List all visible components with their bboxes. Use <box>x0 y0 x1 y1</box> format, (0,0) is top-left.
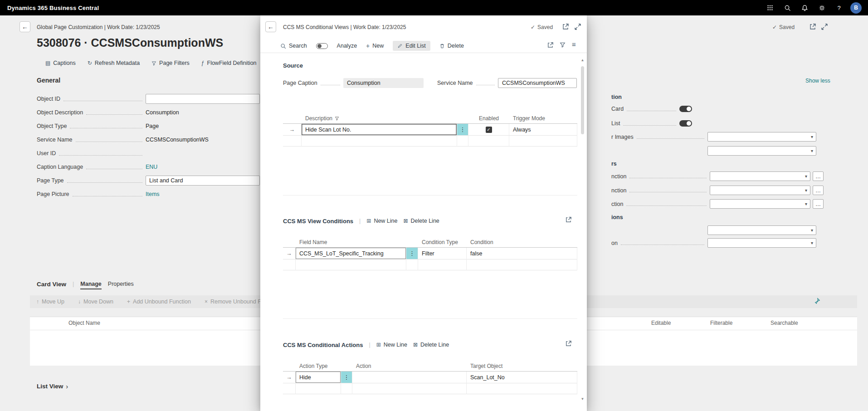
target-object-cell-empty[interactable] <box>467 383 577 394</box>
show-less-link[interactable]: Show less <box>805 78 830 84</box>
column-action-type[interactable]: Action Type <box>296 361 341 372</box>
field-name-cell[interactable]: CCS_MS_LoT_Specific_Tracking <box>296 248 406 259</box>
conditions-delete-line-button[interactable]: ⊠ Delete Line <box>404 218 439 224</box>
page-picture-value[interactable]: Items <box>146 191 160 197</box>
scrollbar-thumb[interactable] <box>581 66 584 134</box>
dialog-back-button[interactable]: ← <box>265 21 276 32</box>
delete-button[interactable]: Delete <box>439 43 464 49</box>
page-caption-value[interactable]: Consumption <box>343 78 424 88</box>
help-icon[interactable]: ? <box>831 1 847 15</box>
row-options-cell-empty[interactable] <box>406 259 418 270</box>
account-avatar[interactable]: B <box>850 2 862 14</box>
trigger-mode-cell[interactable]: Always <box>509 124 577 136</box>
row-options-button[interactable]: ⋮ <box>341 372 352 383</box>
service-name-value[interactable]: CCSMSConsumptionWS <box>146 137 209 143</box>
function3-assist-button[interactable]: … <box>813 199 824 209</box>
row-options-button[interactable]: ⋮ <box>406 248 418 259</box>
enabled-cell-empty[interactable] <box>468 136 509 147</box>
row-options-cell-empty[interactable] <box>341 383 352 394</box>
tab-manage[interactable]: Manage <box>80 281 102 289</box>
actions-share-icon[interactable] <box>565 340 572 347</box>
analyze-toggle[interactable] <box>316 43 328 49</box>
captions-button[interactable]: ▤ Captions <box>45 60 76 66</box>
caption-language-value[interactable]: ENU <box>146 164 157 170</box>
images-dropdown[interactable]: ▾ <box>707 132 816 142</box>
dialog-popout-icon[interactable] <box>562 23 569 30</box>
target-object-cell[interactable]: Scan_Lot_No <box>467 372 577 383</box>
condition-cell-empty[interactable] <box>467 259 577 270</box>
service-name-value[interactable]: CCSMSConsumptionWS <box>498 78 577 88</box>
row-selector[interactable]: → <box>283 248 296 259</box>
action-type-cell[interactable]: Hide <box>296 372 341 383</box>
settings-icon[interactable] <box>814 1 829 15</box>
flowfield-definition-button[interactable]: ƒ FlowField Definition <box>201 60 257 66</box>
description-cell[interactable]: Hide Scan Lot No. <box>302 124 457 136</box>
new-button[interactable]: + New <box>366 42 384 49</box>
scroll-up-icon[interactable]: ▲ <box>580 58 585 62</box>
conditions-new-line-button[interactable]: ⊞ New Line <box>366 218 397 224</box>
search-icon[interactable] <box>780 1 795 15</box>
edit-list-button[interactable]: Edit List <box>393 41 430 51</box>
page-breadcrumb[interactable]: Global Page Customization | Work Date: 1… <box>37 24 160 30</box>
function1-assist-button[interactable]: … <box>813 171 824 181</box>
column-target-object[interactable]: Target Object <box>467 361 577 372</box>
column-action[interactable]: Action <box>352 361 467 372</box>
column-enabled[interactable]: Enabled <box>468 113 509 124</box>
column-condition[interactable]: Condition <box>467 237 577 248</box>
refresh-metadata-button[interactable]: ↻ Refresh Metadata <box>88 60 140 66</box>
column-condition-type[interactable]: Condition Type <box>418 237 467 248</box>
action-cell[interactable] <box>352 372 467 383</box>
page-type-input[interactable]: List and Card <box>146 176 260 186</box>
card-toggle[interactable] <box>679 106 692 112</box>
checkbox-checked[interactable]: ✓ <box>486 127 492 133</box>
page-popout-icon[interactable] <box>809 23 816 30</box>
column-object-name[interactable]: Object Name <box>68 320 100 326</box>
on-dropdown[interactable]: ▾ <box>707 238 816 248</box>
condition-cell[interactable]: false <box>467 248 577 259</box>
function1-dropdown[interactable]: ▾ <box>710 171 810 181</box>
enabled-cell[interactable]: ✓ <box>468 124 509 136</box>
actions-new-line-button[interactable]: ⊞ New Line <box>376 342 407 348</box>
scroll-down-icon[interactable]: ▼ <box>580 397 585 401</box>
trigger-mode-cell-empty[interactable] <box>509 136 577 147</box>
function3-dropdown[interactable]: ▾ <box>710 199 810 209</box>
object-description-value[interactable]: Consumption <box>146 109 179 116</box>
ions-dropdown[interactable]: ▾ <box>707 225 816 235</box>
row-selector[interactable] <box>283 383 296 394</box>
notifications-icon[interactable] <box>797 1 812 15</box>
menu-icon[interactable]: ≡ <box>572 40 576 48</box>
row-selector[interactable] <box>283 259 296 270</box>
page-resize-icon[interactable] <box>821 23 828 30</box>
row-selector[interactable] <box>283 136 302 147</box>
object-type-value[interactable]: Page <box>146 123 159 129</box>
app-launcher-icon[interactable] <box>762 1 778 15</box>
list-toggle[interactable] <box>679 120 692 127</box>
field-name-cell-empty[interactable] <box>296 259 406 270</box>
dialog-expand-icon[interactable] <box>574 23 581 30</box>
dialog-scrollbar[interactable]: ▲ ▼ <box>580 58 585 401</box>
actions-delete-line-button[interactable]: ⊠ Delete Line <box>413 342 449 348</box>
function2-dropdown[interactable]: ▾ <box>710 186 810 195</box>
action-type-cell-empty[interactable] <box>296 383 341 394</box>
column-filterable[interactable]: Filterable <box>710 320 732 326</box>
list-view-heading[interactable]: List View › <box>37 382 68 390</box>
tab-properties[interactable]: Properties <box>108 281 134 289</box>
page-filters-button[interactable]: Page Filters <box>151 60 190 66</box>
row-options-cell-empty[interactable] <box>457 136 468 147</box>
column-trigger-mode[interactable]: Trigger Mode <box>509 113 577 124</box>
dialog-breadcrumb[interactable]: CCS MS Conditional Views | Work Date: 1/… <box>283 24 406 30</box>
condition-type-cell-empty[interactable] <box>418 259 467 270</box>
filter-icon[interactable] <box>560 42 566 48</box>
row-selector[interactable]: → <box>283 124 302 136</box>
description-cell-empty[interactable] <box>302 136 457 147</box>
page-back-button[interactable]: ← <box>20 21 30 32</box>
row-selector[interactable]: → <box>283 372 296 383</box>
function2-assist-button[interactable]: … <box>813 186 824 195</box>
secondary-dropdown[interactable]: ▾ <box>707 146 816 156</box>
row-options-button[interactable]: ⋮ <box>457 124 468 136</box>
column-editable[interactable]: Editable <box>651 320 671 326</box>
pin-icon[interactable] <box>814 298 820 304</box>
object-id-input[interactable] <box>146 94 260 104</box>
column-searchable[interactable]: Searchable <box>770 320 798 326</box>
search-button[interactable]: Search <box>280 43 307 49</box>
